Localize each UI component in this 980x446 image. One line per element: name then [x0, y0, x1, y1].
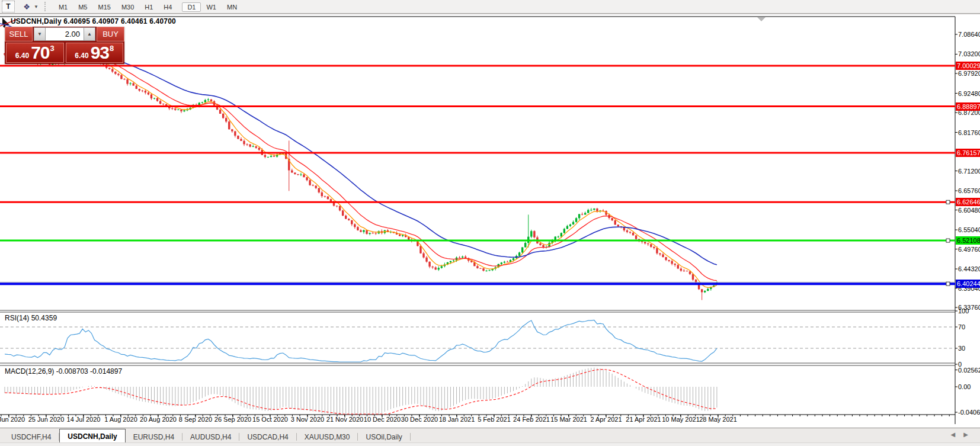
macd-axis-label: 0.00	[958, 383, 980, 390]
line-handle	[946, 282, 950, 285]
rsi-axis-label: 70	[958, 323, 980, 331]
price-axis-label: 6.81760	[958, 129, 980, 136]
toolbar-grip	[44, 2, 49, 11]
line-handle	[946, 239, 950, 242]
price-axis-label: 6.97920	[958, 70, 980, 77]
price-axis-label: 6.49760	[958, 246, 980, 253]
chart-title: USDCNH,Daily 6.40695 6.40907 6.40461 6.4…	[11, 17, 176, 25]
date-axis-label: 28 May 2021	[691, 416, 745, 423]
one-click-trading-panel: SELL ▼ 2.00 ▲ BUY 6.40703 6.40938	[5, 27, 124, 64]
tab-scroll-arrows[interactable]: ◀▶	[951, 431, 976, 438]
chart-tab-bar: USDCHF,H4USDCNH,DailyEURUSD,H4AUDUSD,H4U…	[0, 428, 980, 443]
price-line-label: 6.40244	[956, 280, 980, 288]
line-handle	[946, 200, 950, 204]
top-toolbar: T ❖ ▼ M1M5M15M30H1H4D1W1MN	[0, 0, 980, 14]
timeframe-button-m5[interactable]: M5	[73, 2, 92, 12]
volume-increase-button[interactable]: ▲	[84, 27, 95, 41]
rsi-axis-label: 100	[958, 307, 980, 315]
chevron-down-icon[interactable]: ▼	[34, 4, 39, 9]
rsi-label: RSI(14) 50.4359	[5, 314, 57, 322]
chart-canvas[interactable]	[0, 0, 980, 446]
ma-13	[5, 50, 717, 280]
shapes-icon[interactable]: ❖	[21, 1, 33, 12]
timeframe-button-m15[interactable]: M15	[92, 2, 116, 12]
macd-label: MACD(12,26,9) -0.008703 -0.014897	[5, 367, 122, 376]
volume-stepper: ▼ 2.00 ▲	[33, 27, 97, 41]
mt4-window: { "toolbar": { "text_tool_label": "T", "…	[0, 0, 980, 446]
price-axis-label: 7.08640	[958, 31, 980, 38]
timeframe-button-m30[interactable]: M30	[116, 2, 139, 12]
chart-tab-eurusd[interactable]: EURUSD,H4	[126, 431, 182, 443]
timeframe-button-d1[interactable]: D1	[182, 2, 201, 12]
chart-tab-xauusd[interactable]: XAUUSD,M30	[297, 431, 358, 443]
timeframe-button-group: M1M5M15M30H1H4D1W1MN	[53, 1, 242, 12]
price-line-label: 6.62646	[956, 198, 980, 206]
buy-price-prefix: 6.40	[75, 50, 88, 62]
buy-button[interactable]: BUY	[97, 27, 124, 41]
sell-button[interactable]: SELL	[5, 27, 33, 41]
timeframe-button-m1[interactable]: M1	[53, 2, 73, 12]
sell-price-display[interactable]: 6.40703	[6, 43, 64, 63]
macd-axis-label: 0.025623	[958, 367, 980, 374]
price-axis-label: 6.44320	[958, 265, 980, 272]
price-line-label: 7.00029	[956, 62, 980, 70]
chart-tab-usoil[interactable]: USOil,Daily	[358, 431, 409, 443]
sell-price-sup: 3	[50, 44, 55, 52]
price-line-label: 6.76157	[956, 149, 980, 157]
chart-tab-usdchf[interactable]: USDCHF,H4	[4, 431, 59, 443]
status-bar	[0, 442, 980, 446]
macd-axis-label: -0.040687	[958, 409, 980, 416]
chart-shift-marker	[757, 17, 766, 21]
buy-price-big: 93	[91, 44, 109, 62]
price-axis-label: 6.65760	[958, 187, 980, 194]
rsi-axis-label: 30	[958, 345, 980, 352]
volume-decrease-button[interactable]: ▼	[34, 27, 46, 41]
chart-tab-audusd[interactable]: AUDUSD,H4	[182, 431, 239, 443]
chart-tab-usdcad[interactable]: USDCAD,H4	[239, 431, 296, 443]
price-axis-label: 7.03200	[958, 50, 980, 57]
price-axis-label: 6.60480	[958, 207, 980, 214]
price-axis-label: 6.71200	[958, 168, 980, 175]
timeframe-button-h1[interactable]: H1	[139, 2, 158, 12]
chart-tab-usdcnh[interactable]: USDCNH,Daily	[59, 429, 125, 443]
timeframe-button-w1[interactable]: W1	[201, 2, 222, 12]
price-axis-label: 6.55040	[958, 226, 980, 233]
sell-price-prefix: 6.40	[15, 50, 29, 62]
buy-price-display[interactable]: 6.40938	[66, 43, 124, 63]
volume-input[interactable]: 2.00	[46, 27, 84, 41]
text-tool-button[interactable]: T	[2, 1, 15, 12]
price-line-label: 6.52108	[956, 236, 980, 245]
sell-price-big: 70	[31, 44, 49, 62]
price-axis-label: 6.92480	[958, 90, 980, 97]
rsi-line	[5, 320, 717, 362]
timeframe-button-mn[interactable]: MN	[222, 2, 242, 12]
ma-5	[5, 53, 717, 287]
timeframe-button-h4[interactable]: H4	[158, 2, 177, 12]
tab-separator	[410, 433, 411, 441]
buy-price-sup: 8	[110, 44, 114, 52]
price-line-label: 6.88897	[956, 102, 980, 111]
